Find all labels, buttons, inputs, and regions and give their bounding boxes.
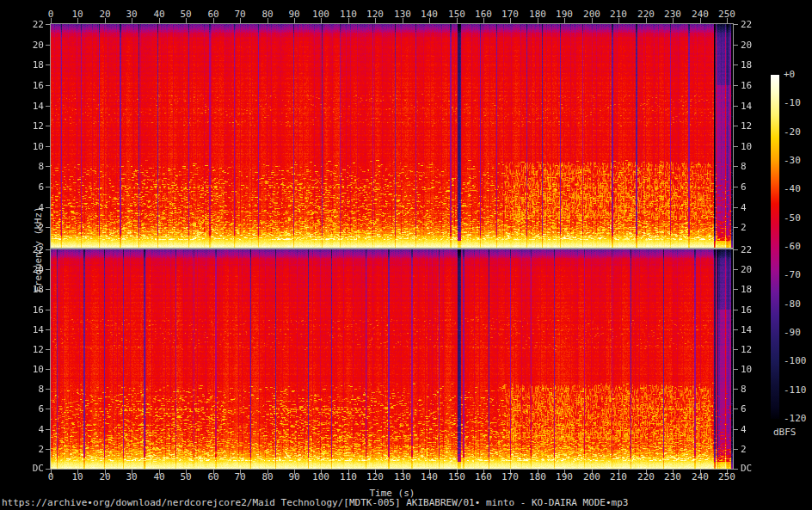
time-tick-label: 150	[443, 472, 471, 482]
colorbar-tick-label: -90	[784, 328, 801, 338]
colorbar-tick-label: -60	[784, 242, 801, 252]
freq-tick	[46, 45, 51, 46]
freq-tick-label: 4	[741, 425, 766, 435]
freq-tick	[46, 469, 51, 470]
freq-tick-label: 20	[741, 265, 766, 275]
freq-tick	[46, 289, 51, 290]
freq-tick	[733, 166, 738, 167]
colorbar-tick-label: -40	[784, 184, 801, 194]
time-tick-label: 100	[307, 9, 335, 20]
time-tick-label: 210	[605, 9, 632, 20]
freq-tick-label: 16	[741, 81, 766, 91]
time-tick-label: 100	[307, 472, 335, 482]
colorbar-tick-label: -10	[784, 98, 801, 108]
freq-tick-label: 4	[741, 203, 766, 213]
freq-tick-label: DC	[0, 464, 44, 474]
time-tick-label: 20	[91, 472, 119, 482]
freq-tick	[46, 409, 51, 409]
freq-tick-label: 14	[0, 101, 44, 112]
freq-tick	[733, 449, 738, 450]
freq-tick	[46, 349, 51, 350]
time-tick-label: 30	[118, 472, 145, 482]
freq-tick-label: 10	[0, 142, 44, 152]
colorbar-unit-label: dBFS	[773, 427, 803, 438]
time-tick-label: 130	[389, 9, 416, 20]
time-tick-label: 160	[470, 472, 497, 482]
time-tick-label: 250	[713, 472, 741, 482]
colorbar-tick-label: -120	[784, 414, 807, 424]
freq-tick	[46, 249, 51, 250]
freq-tick-label: 10	[741, 142, 766, 152]
time-tick-label: 240	[686, 9, 714, 20]
freq-tick	[733, 106, 738, 107]
freq-tick-label: 6	[741, 182, 766, 193]
time-tick-label: 70	[226, 472, 254, 482]
colorbar-tick-label: -20	[784, 127, 801, 138]
freq-tick	[733, 45, 738, 46]
freq-tick-label: 22	[0, 20, 44, 30]
time-tick-label: 120	[361, 472, 389, 482]
time-tick-label: 160	[470, 9, 497, 20]
freq-tick	[733, 146, 738, 147]
freq-tick-label: 8	[0, 162, 44, 172]
freq-tick-label: 22	[741, 245, 766, 255]
freq-tick-label: 22	[0, 245, 44, 255]
freq-tick	[733, 429, 738, 430]
time-tick-label: 40	[145, 9, 173, 20]
time-tick-label: 120	[361, 9, 389, 20]
freq-tick	[733, 349, 738, 350]
freq-tick	[46, 449, 51, 450]
time-tick-label: 60	[200, 9, 227, 20]
freq-tick-label: 16	[0, 81, 44, 91]
freq-tick-label: 12	[741, 345, 766, 355]
time-tick-label: 10	[64, 9, 91, 20]
freq-tick	[46, 227, 51, 228]
freq-tick-label: 2	[0, 445, 44, 455]
freq-tick-label: 18	[0, 285, 44, 295]
freq-tick	[733, 310, 738, 310]
freq-tick-label: 8	[0, 384, 44, 395]
time-tick-label: 80	[254, 9, 281, 20]
freq-tick	[46, 166, 51, 167]
time-tick-label: 250	[713, 9, 741, 20]
time-tick-label: 10	[64, 472, 91, 482]
freq-tick-label: 10	[0, 365, 44, 375]
freq-tick-label: 20	[0, 40, 44, 51]
time-tick-label: 240	[686, 472, 714, 482]
freq-tick	[733, 65, 738, 65]
time-tick-label: 190	[551, 472, 578, 482]
freq-tick-label: 12	[741, 121, 766, 132]
time-tick-label: 220	[632, 9, 660, 20]
time-tick-label: 20	[91, 9, 119, 20]
time-tick-label: 180	[524, 472, 551, 482]
colorbar	[771, 75, 779, 419]
freq-tick	[733, 24, 738, 25]
freq-tick	[46, 126, 51, 126]
time-tick-label: 230	[659, 9, 686, 20]
freq-tick	[46, 106, 51, 107]
freq-tick	[46, 207, 51, 208]
freq-tick-label: 12	[0, 345, 44, 355]
freq-tick-label: 8	[741, 162, 766, 172]
freq-tick	[733, 85, 738, 86]
freq-tick	[733, 227, 738, 228]
freq-tick-label: 8	[741, 384, 766, 395]
freq-tick-label: 14	[0, 325, 44, 335]
freq-tick-label: 20	[0, 265, 44, 275]
time-tick-label: 170	[496, 472, 524, 482]
spectrogram-panel-bottom	[51, 249, 733, 469]
time-tick-label: 220	[632, 472, 660, 482]
freq-tick-label: 14	[741, 101, 766, 112]
time-tick-label: 90	[280, 472, 308, 482]
source-path: https://archive•org/download/nerdcorejco…	[2, 498, 628, 508]
spectrogram-panel-top	[51, 24, 733, 248]
time-tick-label: 50	[172, 9, 200, 20]
time-tick-label: 40	[145, 472, 173, 482]
time-tick-label: 110	[335, 472, 362, 482]
freq-tick-label: 2	[741, 445, 766, 455]
freq-tick-label: 2	[741, 223, 766, 233]
time-tick-label: 200	[578, 9, 606, 20]
freq-tick-label: 20	[741, 40, 766, 51]
freq-tick-label: 22	[741, 20, 766, 30]
time-tick-label: 150	[443, 9, 471, 20]
